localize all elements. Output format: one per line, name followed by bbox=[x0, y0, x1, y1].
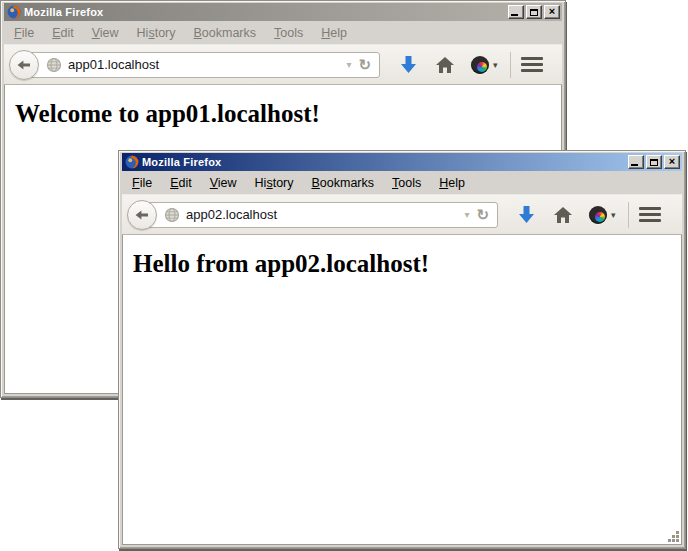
download-arrow-icon bbox=[400, 55, 417, 74]
menu-bar: FileEditViewHistoryBookmarksToolsHelp bbox=[122, 171, 682, 194]
home-icon bbox=[553, 206, 573, 224]
resize-grip[interactable] bbox=[666, 529, 680, 543]
site-identity-globe-icon[interactable] bbox=[164, 207, 180, 223]
titlebar[interactable]: Mozilla Firefox × bbox=[4, 3, 562, 21]
hamburger-icon bbox=[521, 57, 543, 72]
hamburger-icon bbox=[639, 207, 661, 222]
back-arrow-icon bbox=[134, 207, 150, 223]
page-heading: Welcome to app01.localhost! bbox=[15, 100, 561, 128]
color-wheel-icon bbox=[589, 206, 607, 224]
toolbar-separator bbox=[628, 202, 629, 228]
menu-edit[interactable]: Edit bbox=[46, 24, 80, 42]
back-button[interactable] bbox=[127, 200, 157, 230]
urlbar-dropdown-icon[interactable]: ▾ bbox=[459, 209, 474, 220]
close-icon: × bbox=[549, 6, 555, 17]
maximize-icon bbox=[530, 9, 538, 16]
navigation-toolbar: app01.localhost ▾ ↻ ▾ bbox=[4, 44, 562, 85]
minimize-button[interactable] bbox=[628, 155, 644, 169]
back-arrow-icon bbox=[16, 57, 32, 73]
menu-bookmarks[interactable]: Bookmarks bbox=[188, 24, 263, 42]
home-button[interactable] bbox=[553, 206, 573, 224]
close-button[interactable]: × bbox=[664, 155, 680, 169]
back-button[interactable] bbox=[9, 50, 39, 80]
minimize-icon bbox=[511, 14, 518, 16]
window-title: Mozilla Firefox bbox=[142, 156, 221, 168]
url-bar[interactable]: app01.localhost ▾ ↻ bbox=[24, 52, 380, 78]
menu-view[interactable]: View bbox=[86, 24, 125, 42]
menu-help[interactable]: Help bbox=[433, 174, 471, 192]
close-button[interactable]: × bbox=[544, 5, 560, 19]
reload-button[interactable]: ↻ bbox=[474, 207, 497, 222]
maximize-button[interactable] bbox=[646, 155, 662, 169]
toolbar-separator bbox=[510, 52, 511, 78]
download-arrow-icon bbox=[518, 205, 535, 224]
window-controls: × bbox=[508, 5, 560, 19]
window-title: Mozilla Firefox bbox=[24, 6, 103, 18]
home-icon bbox=[435, 56, 455, 74]
addon-button[interactable]: ▾ bbox=[589, 206, 616, 224]
site-identity-globe-icon[interactable] bbox=[46, 57, 62, 73]
menu-history[interactable]: History bbox=[131, 24, 182, 42]
menu-tools[interactable]: Tools bbox=[268, 24, 309, 42]
firefox-logo-icon bbox=[7, 5, 21, 19]
urlbar-dropdown-icon[interactable]: ▾ bbox=[341, 59, 356, 70]
url-bar[interactable]: app02.localhost ▾ ↻ bbox=[142, 202, 498, 228]
navigation-toolbar: app02.localhost ▾ ↻ ▾ bbox=[122, 194, 682, 235]
addon-button[interactable]: ▾ bbox=[471, 56, 498, 74]
menu-view[interactable]: View bbox=[204, 174, 243, 192]
titlebar[interactable]: Mozilla Firefox × bbox=[122, 153, 682, 171]
close-icon: × bbox=[669, 156, 675, 167]
window-app02[interactable]: Mozilla Firefox × FileEditViewHistoryBoo… bbox=[118, 150, 686, 549]
menu-file[interactable]: File bbox=[126, 174, 158, 192]
menu-history[interactable]: History bbox=[249, 174, 300, 192]
reload-button[interactable]: ↻ bbox=[356, 57, 379, 72]
page-heading: Hello from app02.localhost! bbox=[133, 250, 681, 278]
hamburger-menu-button[interactable] bbox=[639, 207, 661, 222]
content-area: Hello from app02.localhost! bbox=[122, 235, 682, 545]
addon-caret-icon: ▾ bbox=[611, 210, 616, 220]
hamburger-menu-button[interactable] bbox=[521, 57, 543, 72]
home-button[interactable] bbox=[435, 56, 455, 74]
maximize-icon bbox=[650, 159, 658, 166]
color-wheel-icon bbox=[471, 56, 489, 74]
menu-help[interactable]: Help bbox=[315, 24, 353, 42]
window-controls: × bbox=[628, 155, 680, 169]
minimize-button[interactable] bbox=[508, 5, 524, 19]
download-button[interactable] bbox=[400, 55, 417, 74]
menu-bookmarks[interactable]: Bookmarks bbox=[306, 174, 381, 192]
menu-file[interactable]: File bbox=[8, 24, 40, 42]
download-button[interactable] bbox=[518, 205, 535, 224]
menu-edit[interactable]: Edit bbox=[164, 174, 198, 192]
maximize-button[interactable] bbox=[526, 5, 542, 19]
minimize-icon bbox=[631, 164, 638, 166]
menu-tools[interactable]: Tools bbox=[386, 174, 427, 192]
addon-caret-icon: ▾ bbox=[493, 60, 498, 70]
firefox-logo-icon bbox=[125, 155, 139, 169]
menu-bar: FileEditViewHistoryBookmarksToolsHelp bbox=[4, 21, 562, 44]
url-text: app02.localhost bbox=[186, 207, 459, 222]
url-text: app01.localhost bbox=[68, 57, 341, 72]
